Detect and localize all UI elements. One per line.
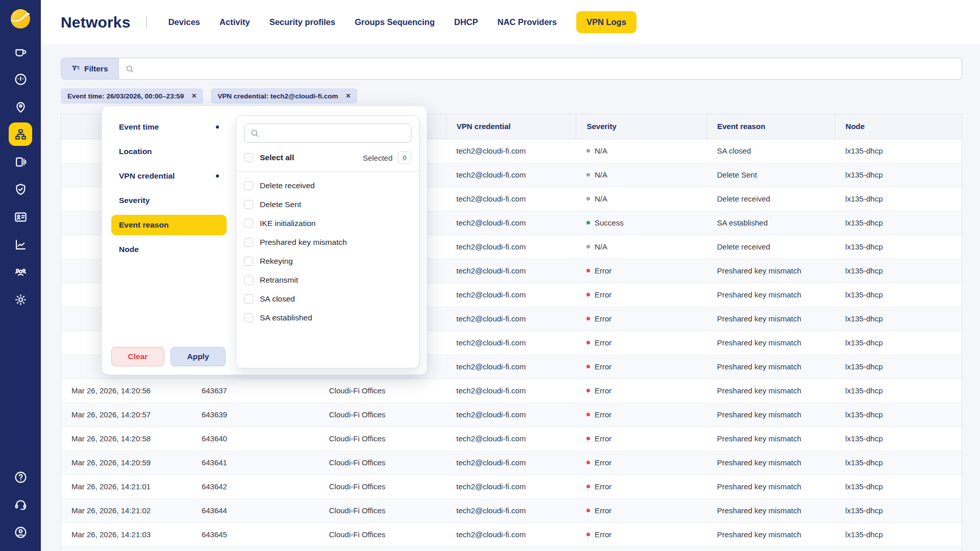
cell-node: lx135-dhcp — [835, 139, 962, 163]
select-all-checkbox[interactable] — [244, 153, 253, 162]
dropdown-option[interactable]: IKE initialization — [244, 214, 411, 233]
event-reason-dropdown: Select all Selected 0 Delete receivedDel… — [236, 115, 420, 368]
gauge-icon-box — [9, 67, 32, 91]
cell-vpn: tech2@cloudi-fi.com — [446, 139, 576, 163]
gateway-icon — [14, 155, 28, 169]
cell-reason: Preshared key mismatch — [707, 331, 835, 355]
option-checkbox[interactable] — [244, 257, 253, 266]
sidebar-item-id-card[interactable] — [0, 203, 41, 231]
cloudi-fi-logo[interactable] — [0, 0, 41, 38]
dropdown-option[interactable]: SA closed — [244, 289, 411, 308]
select-all-label: Select all — [260, 153, 294, 162]
dropdown-option[interactable]: Delete Sent — [244, 195, 411, 214]
sidebar-item-user-circle[interactable] — [0, 518, 41, 546]
dropdown-option[interactable]: SA established — [244, 308, 411, 327]
id-card-icon — [14, 210, 28, 224]
sidebar-item-gauge[interactable] — [0, 65, 41, 93]
cell-vpn: tech2@cloudi-fi.com — [446, 355, 576, 379]
tab-activity[interactable]: Activity — [219, 17, 250, 27]
filter-menu-item-location[interactable]: Location — [111, 141, 227, 162]
users-icon — [14, 265, 28, 279]
tab-dhcp[interactable]: DHCP — [454, 17, 478, 27]
option-checkbox[interactable] — [244, 219, 253, 228]
sidebar-item-location-pin[interactable] — [0, 93, 41, 120]
sidebar-item-gear[interactable] — [0, 286, 41, 313]
cell-severity: Error — [576, 427, 707, 450]
chip-close-icon[interactable]: ✕ — [191, 92, 197, 99]
option-checkbox[interactable] — [244, 276, 253, 285]
cell-node: lx135-dhcp — [835, 379, 962, 403]
dropdown-search-input[interactable] — [263, 129, 405, 138]
filter-menu-item-node[interactable]: Node — [111, 239, 227, 260]
sidebar-item-help-circle[interactable] — [0, 463, 41, 491]
sidebar-item-cup[interactable] — [0, 38, 41, 65]
chip-close-icon[interactable]: ✕ — [346, 92, 351, 99]
cell-severity: Error — [576, 355, 707, 379]
sidebar-bottom — [0, 463, 41, 551]
sidebar-item-network[interactable] — [0, 120, 41, 148]
filters-button[interactable]: Filters — [61, 58, 119, 80]
sidebar-nav — [0, 38, 41, 313]
filter-menu-item-vpn-credential[interactable]: VPN credential — [111, 166, 227, 186]
cell-location: Cloudi-Fi Offices — [318, 450, 446, 474]
severity-value: N/A — [586, 242, 707, 251]
severity-text: Error — [595, 506, 611, 515]
search-bar[interactable] — [119, 58, 962, 80]
dropdown-option[interactable]: Delete received — [244, 176, 411, 195]
gear-icon — [14, 293, 28, 307]
cell-node: lx135-dhcp — [835, 283, 962, 307]
tab-vpn-logs[interactable]: VPN Logs — [576, 11, 636, 33]
dropdown-option[interactable]: Retransmit — [244, 270, 411, 289]
cell-node: lx135-dhcp — [835, 307, 962, 331]
network-icon-box — [9, 122, 32, 146]
sidebar-item-gateway[interactable] — [0, 148, 41, 176]
option-checkbox[interactable] — [244, 200, 253, 209]
filter-menu-item-event-time[interactable]: Event time — [111, 117, 227, 137]
sidebar-item-users[interactable] — [0, 258, 41, 286]
cell-node: lx135-dhcp — [835, 498, 962, 522]
cell-vpn: tech2@cloudi-fi.com — [446, 259, 576, 283]
filter-menu-item-event-reason[interactable]: Event reason — [111, 215, 227, 235]
top-nav: DevicesActivitySecurity profilesGroups S… — [168, 11, 636, 33]
tab-security-profiles[interactable]: Security profiles — [270, 17, 335, 27]
cell-reason: Preshared key mismatch — [707, 379, 835, 403]
cell-severity: N/A — [576, 235, 707, 259]
dropdown-option[interactable]: Rekeying — [244, 252, 411, 270]
cell-vpn: tech2@cloudi-fi.com — [446, 211, 576, 235]
severity-dot — [586, 461, 590, 464]
severity-text: Error — [595, 362, 611, 371]
cell-severity: Error — [576, 522, 707, 546]
severity-text: Error — [595, 266, 611, 275]
severity-value: N/A — [586, 146, 707, 155]
option-label: Preshared key mismatch — [260, 238, 347, 247]
cell-location: Cloudi-Fi Offices — [318, 474, 446, 498]
apply-button[interactable]: Apply — [170, 347, 226, 366]
option-checkbox[interactable] — [244, 181, 253, 190]
cell-node: lx135-dhcp — [835, 355, 962, 379]
tab-groups-sequencing[interactable]: Groups Sequencing — [355, 17, 435, 27]
filter-menu-item-severity[interactable]: Severity — [111, 190, 227, 211]
sidebar-item-headset[interactable] — [0, 491, 41, 518]
search-input[interactable] — [138, 64, 955, 73]
cell-node: lx135-dhcp — [835, 450, 962, 474]
option-checkbox[interactable] — [244, 294, 253, 304]
cell-vpn: tech2@cloudi-fi.com — [446, 379, 576, 403]
severity-value: Error — [586, 434, 707, 443]
logo-icon — [10, 8, 31, 30]
clear-button[interactable]: Clear — [111, 347, 164, 366]
cell-reason: Delete received — [707, 187, 835, 211]
cell-reason: Preshared key mismatch — [707, 498, 835, 522]
severity-text: N/A — [595, 170, 607, 179]
option-checkbox[interactable] — [244, 238, 253, 247]
option-checkbox[interactable] — [244, 313, 253, 322]
severity-dot — [586, 149, 590, 153]
table-row: Mar 26, 2026, 14:20:57643639Cloudi-Fi Of… — [61, 403, 962, 427]
dropdown-option[interactable]: Preshared key mismatch — [244, 233, 411, 252]
tab-nac-providers[interactable]: NAC Providers — [498, 17, 557, 27]
dropdown-search-bar[interactable] — [244, 123, 411, 143]
severity-value: Error — [586, 482, 707, 491]
sidebar-item-shield-check[interactable] — [0, 176, 41, 203]
tab-devices[interactable]: Devices — [168, 17, 200, 27]
severity-dot — [586, 173, 590, 177]
sidebar-item-line-chart[interactable] — [0, 231, 41, 258]
